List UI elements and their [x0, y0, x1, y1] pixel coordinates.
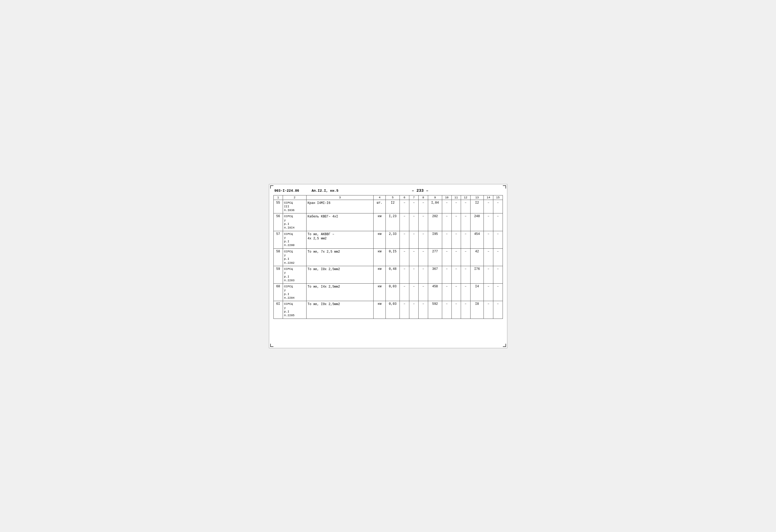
cell-1-col5: I2: [386, 200, 400, 214]
cell-7-col3: То же, I9х 2,5мм2: [306, 301, 374, 318]
cell-6-col1: 60: [273, 284, 283, 301]
cell-4-col7: –: [409, 248, 419, 266]
cell-7-col6: –: [400, 301, 409, 318]
th-8: 8: [419, 195, 428, 200]
cell-4-col11: –: [451, 248, 461, 266]
cell-1-col3: Кран I4МI–I6: [306, 200, 374, 214]
corner-tl: [270, 185, 273, 189]
cell-1-col1: 55: [273, 200, 283, 214]
cell-5-col9: 367: [428, 266, 442, 283]
th-14: 14: [484, 195, 493, 200]
footer-spacer: [273, 319, 503, 324]
cell-2-col8: –: [419, 214, 428, 231]
table-row: 60ССРСЦур.Iп.2284То же, I4х 2,5мм2км0,03…: [273, 284, 503, 301]
cell-5-col10: –: [442, 266, 452, 283]
th-13: 13: [470, 195, 484, 200]
cell-3-col9: I95: [428, 231, 442, 248]
cell-2-col11: –: [451, 214, 461, 231]
main-table: 1 2 3 4 5 6 7 8 9 10 11 12 13 14 15: [273, 195, 503, 319]
cell-6-col7: –: [409, 284, 419, 301]
th-15: 15: [493, 195, 503, 200]
cell-5-col14: –: [484, 266, 493, 283]
cell-7-col4: км: [374, 301, 386, 318]
cell-5-col12: –: [461, 266, 470, 283]
cell-5-col4: км: [374, 266, 386, 283]
cell-1-col10: –: [442, 200, 452, 214]
cell-4-col3: То же, 7х 2,5 мм2: [306, 248, 374, 266]
cell-1-col14: –: [484, 200, 493, 214]
th-6: 6: [400, 195, 409, 200]
table-row: 57ССРСЦур.Iп.2280То же, АКВВГ – 4х 2,5 м…: [273, 231, 503, 248]
cell-5-col1: 59: [273, 266, 283, 283]
cell-1-col13: I2: [470, 200, 484, 214]
cell-6-col2: ССРСЦур.Iп.2284: [283, 284, 307, 301]
corner-tr: [503, 185, 506, 189]
cell-2-col15: –: [493, 214, 503, 231]
cell-7-col12: –: [461, 301, 470, 318]
cell-3-col14: –: [484, 231, 493, 248]
cell-6-col3: То же, I4х 2,5мм2: [306, 284, 374, 301]
cell-7-col15: –: [493, 301, 503, 318]
cell-2-col6: –: [400, 214, 409, 231]
cell-6-col14: –: [484, 284, 493, 301]
cell-7-col10: –: [442, 301, 452, 318]
cell-6-col10: –: [442, 284, 452, 301]
th-4: 4: [374, 195, 386, 200]
table-row: 58ССРСЦур.Iп.2282То же, 7х 2,5 мм2км0,I5…: [273, 248, 503, 266]
cell-2-col10: –: [442, 214, 452, 231]
cell-7-col14: –: [484, 301, 493, 318]
cell-7-col9: 592: [428, 301, 442, 318]
page-number: – 233 –: [338, 189, 502, 193]
cell-5-col15: –: [493, 266, 503, 283]
cell-1-col6: –: [400, 200, 409, 214]
cell-7-col1: 6I: [273, 301, 283, 318]
cell-4-col2: ССРСЦур.Iп.2282: [283, 248, 307, 266]
cell-3-col1: 57: [273, 231, 283, 248]
cell-3-col10: –: [442, 231, 452, 248]
cell-4-col9: 277: [428, 248, 442, 266]
th-9: 9: [428, 195, 442, 200]
cell-4-col4: км: [374, 248, 386, 266]
cell-4-col14: –: [484, 248, 493, 266]
cell-6-col15: –: [493, 284, 503, 301]
cell-3-col4: км: [374, 231, 386, 248]
cell-1-col11: –: [451, 200, 461, 214]
cell-2-col2: ССРСЦур.Iп.I8I4: [283, 214, 307, 231]
cell-3-col2: ССРСЦур.Iп.2280: [283, 231, 307, 248]
cell-7-col13: I8: [470, 301, 484, 318]
cell-3-col12: –: [461, 231, 470, 248]
cell-4-col10: –: [442, 248, 452, 266]
cell-4-col15: –: [493, 248, 503, 266]
cell-3-col5: 2,33: [386, 231, 400, 248]
cell-5-col5: 0,48: [386, 266, 400, 283]
cell-5-col6: –: [400, 266, 409, 283]
cell-2-col3: Кабель КВЕГ– 4хI: [306, 214, 374, 231]
cell-1-col15: –: [493, 200, 503, 214]
cell-3-col13: 454: [470, 231, 484, 248]
cell-1-col7: –: [409, 200, 419, 214]
cell-7-col7: –: [409, 301, 419, 318]
cell-4-col6: –: [400, 248, 409, 266]
cell-1-col8: –: [419, 200, 428, 214]
main-table-container: 1 2 3 4 5 6 7 8 9 10 11 12 13 14 15: [273, 195, 503, 319]
cell-4-col5: 0,I5: [386, 248, 400, 266]
cell-6-col8: –: [419, 284, 428, 301]
cell-1-col12: –: [461, 200, 470, 214]
cell-2-col12: –: [461, 214, 470, 231]
cell-5-col7: –: [409, 266, 419, 283]
cell-7-col8: –: [419, 301, 428, 318]
table-row: 56ССРСЦур.Iп.I8I4Кабель КВЕГ– 4хIкмI,23–…: [273, 214, 503, 231]
corner-br: [503, 344, 506, 347]
page: 903-I-224.86 Ап.I2.I, кн.5 – 233 –: [269, 184, 507, 348]
cell-4-col12: –: [461, 248, 470, 266]
cell-3-col15: –: [493, 231, 503, 248]
th-11: 11: [451, 195, 461, 200]
table-row: 6IССРСЦур.Iп.2285То же, I9х 2,5мм2км0,03…: [273, 301, 503, 318]
cell-2-col13: 248: [470, 214, 484, 231]
cell-5-col11: –: [451, 266, 461, 283]
cell-4-col1: 58: [273, 248, 283, 266]
cell-6-col9: 458: [428, 284, 442, 301]
header-row: 1 2 3 4 5 6 7 8 9 10 11 12 13 14 15: [273, 195, 503, 200]
cell-7-col5: 0,03: [386, 301, 400, 318]
cell-6-col13: I4: [470, 284, 484, 301]
